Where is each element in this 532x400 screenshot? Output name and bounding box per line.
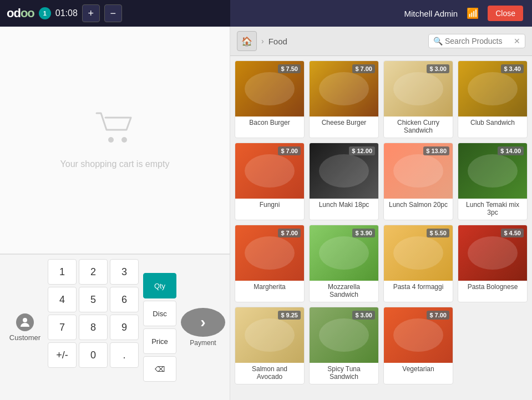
product-name-lunch-temaki-mix-3pc: Lunch Temaki mix 3pc [458,199,527,220]
bottom-panel: Customer 123456789+/-0. Qty Disc Price ⌫… [0,254,230,400]
backspace-button[interactable]: ⌫ [143,356,176,382]
product-card-margherita[interactable]: $ 7.00Margherita [235,225,305,302]
svg-point-11 [245,236,295,270]
product-price-bacon-burger: $ 7.50 [278,64,301,73]
svg-point-0 [108,137,114,143]
main-content: Your shopping cart is empty Customer 123… [0,27,532,400]
svg-point-5 [393,72,443,105]
product-card-chicken-curry-sandwich[interactable]: $ 3.00Chicken Curry Sandwich [383,60,453,138]
product-card-club-sandwich[interactable]: $ 3.40Club Sandwich [458,60,528,138]
product-price-spicy-tuna-sandwich: $ 3.00 [352,311,375,320]
product-card-fungni[interactable]: $ 7.00Fungni [235,143,305,220]
product-name-cheese-burger: Cheese Burger [310,117,378,130]
cart-empty-text: Your shopping cart is empty [60,159,170,169]
product-price-cheese-burger: $ 7.00 [352,64,375,73]
svg-point-7 [245,154,295,188]
product-card-lunch-salmon-20pc[interactable]: $ 13.80Lunch Salmon 20pc [383,143,453,220]
qty-button[interactable]: Qty [143,273,176,298]
left-panel: Your shopping cart is empty Customer 123… [0,27,230,400]
timer-display: 01:08 [55,8,78,18]
numpad: 123456789+/-0. [48,259,139,396]
person-icon [16,313,34,331]
action-buttons: Qty Disc Price ⌫ [143,273,176,382]
product-card-salmon-and-avocado[interactable]: $ 9.25Salmon and Avocado [235,307,305,384]
product-card-mozzarella-sandwich[interactable]: $ 3.90Mozzarella Sandwich [309,225,379,302]
numpad-key-8[interactable]: 8 [79,315,108,340]
odoo-logo: odoo [7,6,34,21]
product-price-pasta-4-formaggi: $ 5.50 [427,229,449,237]
svg-point-17 [393,318,443,352]
product-price-lunch-temaki-mix-3pc: $ 14.00 [498,146,524,155]
product-image-pasta-4-formaggi: $ 5.50 [384,225,453,281]
home-button[interactable]: 🏠 [237,31,257,51]
product-price-mozzarella-sandwich: $ 3.90 [352,229,375,237]
product-image-margherita: $ 7.00 [235,225,304,281]
numpad-key-6[interactable]: 6 [110,287,139,312]
numpad-key-7[interactable]: 7 [48,315,77,340]
add-order-button[interactable]: + [82,4,100,22]
timer-badge: 1 [39,7,51,19]
numpad-key-0[interactable]: 0 [79,342,108,368]
product-image-lunch-maki-18pc: $ 12.00 [310,143,378,199]
numpad-key-[interactable]: +/- [48,342,77,368]
product-grid: $ 7.50Bacon Burger$ 7.00Cheese Burger$ 3… [235,60,528,384]
svg-point-3 [245,72,295,105]
product-card-lunch-maki-18pc[interactable]: $ 12.00Lunch Maki 18pc [309,143,379,220]
wifi-icon: 📶 [467,7,479,19]
numpad-key-3[interactable]: 3 [110,259,139,285]
svg-point-2 [23,318,27,322]
product-price-chicken-curry-sandwich: $ 3.00 [427,64,449,73]
product-price-lunch-maki-18pc: $ 12.00 [349,146,375,155]
right-header: 🏠 › Food 🔍 ✕ [230,27,532,56]
product-price-margherita: $ 7.00 [278,229,301,237]
product-price-fungni: $ 7.00 [278,146,301,155]
payment-area: › Payment [181,308,225,347]
numpad-key-2[interactable]: 2 [79,259,108,285]
cart-area: Your shopping cart is empty [0,27,230,254]
price-button[interactable]: Price [143,328,176,354]
numpad-key-1[interactable]: 1 [48,259,77,285]
product-card-spicy-tuna-sandwich[interactable]: $ 3.00Spicy Tuna Sandwich [309,307,379,384]
payment-button[interactable]: › [181,308,225,337]
svg-point-15 [245,318,295,352]
product-card-vegetarian[interactable]: $ 7.00Vegetarian [383,307,453,384]
search-clear-button[interactable]: ✕ [514,37,520,45]
product-card-pasta-bolognese[interactable]: $ 4.50Pasta Bolognese [458,225,528,302]
product-card-bacon-burger[interactable]: $ 7.50Bacon Burger [235,60,305,138]
search-box: 🔍 ✕ [428,34,525,48]
numpad-key-4[interactable]: 4 [48,287,77,312]
cart-icon [95,111,134,153]
product-card-pasta-4-formaggi[interactable]: $ 5.50Pasta 4 formaggi [383,225,453,302]
product-name-spicy-tuna-sandwich: Spicy Tuna Sandwich [310,363,378,384]
product-name-club-sandwich: Club Sandwich [458,117,527,130]
numpad-key-9[interactable]: 9 [110,315,139,340]
product-card-cheese-burger[interactable]: $ 7.00Cheese Burger [309,60,379,138]
product-image-pasta-bolognese: $ 4.50 [458,225,527,281]
payment-label: Payment [190,339,216,347]
product-image-vegetarian: $ 7.00 [384,307,453,363]
numpad-key-5[interactable]: 5 [79,287,108,312]
search-icon: 🔍 [433,37,443,45]
svg-point-10 [468,154,518,188]
product-card-lunch-temaki-mix-3pc[interactable]: $ 14.00Lunch Temaki mix 3pc [458,143,528,220]
product-name-lunch-salmon-20pc: Lunch Salmon 20pc [384,199,453,212]
svg-point-6 [468,72,518,105]
remove-order-button[interactable]: − [104,4,122,22]
svg-point-1 [121,137,127,143]
product-name-vegetarian: Vegetarian [384,363,453,376]
disc-button[interactable]: Disc [143,301,176,326]
breadcrumb-food: Food [268,37,287,46]
customer-label: Customer [9,333,40,342]
svg-point-9 [393,154,443,188]
top-bar: odoo 1 01:08 + − Mitchell Admin 📶 Close [0,0,532,27]
customer-button[interactable]: Customer [4,308,45,347]
product-image-club-sandwich: $ 3.40 [458,61,527,117]
product-image-salmon-and-avocado: $ 9.25 [235,307,304,363]
product-price-salmon-and-avocado: $ 9.25 [278,311,301,320]
close-button[interactable]: Close [488,6,523,21]
numpad-key-[interactable]: . [110,342,139,368]
product-name-pasta-bolognese: Pasta Bolognese [458,281,527,294]
product-image-spicy-tuna-sandwich: $ 3.00 [310,307,378,363]
search-input[interactable] [445,37,511,45]
svg-point-13 [393,236,443,270]
